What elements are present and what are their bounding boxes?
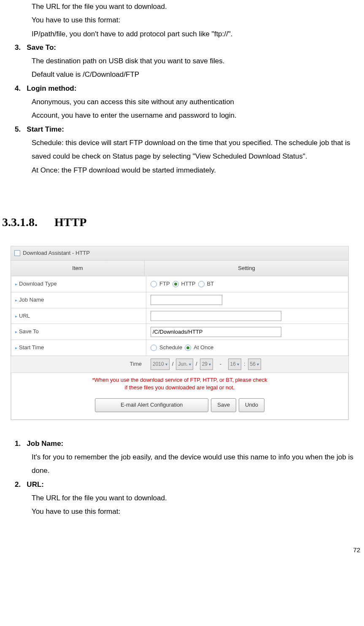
row-label: Job Name (19, 295, 44, 305)
list-item-3: 3. Save To: (15, 41, 363, 54)
download-assistant-panel: Download Assistant - HTTP Item Setting ▸… (11, 246, 349, 420)
list-item-5: 5. Start Time: (15, 123, 363, 136)
section-number: 3.3.1.8. (2, 216, 38, 229)
separator: / (172, 359, 174, 370)
undo-button[interactable]: Undo (239, 398, 264, 412)
row-time: Time 2010▾ / Jun.▾ / 29▾ - 16▾ : 56▾ (11, 356, 348, 373)
list-title: Save To: (27, 43, 56, 51)
list-body: The URL for the file you want to downloa… (32, 491, 363, 505)
separator: / (196, 359, 197, 370)
row-save-to: ▸Save To (11, 324, 348, 340)
row-url: ▸URL (11, 308, 348, 324)
panel-title-bar: Download Assistant - HTTP (11, 246, 348, 261)
year-select[interactable]: 2010▾ (151, 359, 170, 370)
row-download-type: ▸Download Type FTP HTTP BT (11, 276, 348, 292)
list-body: Account, you have to enter the username … (32, 109, 363, 122)
list-body: Default value is /C/Download/FTP (32, 68, 363, 81)
row-label: Download Type (19, 279, 57, 289)
radio-schedule[interactable] (151, 345, 157, 351)
header-setting: Setting (145, 261, 348, 276)
radio-label: FTP (159, 279, 170, 289)
section-name: HTTP (54, 216, 86, 229)
row-label: Save To (19, 326, 39, 337)
intro-line: You have to use this format: (32, 13, 363, 27)
chevron-down-icon: ▾ (189, 360, 191, 368)
chevron-down-icon: ▾ (209, 360, 211, 368)
separator: : (244, 359, 245, 370)
list-number: 4. (15, 84, 21, 92)
row-job-name: ▸Job Name (11, 292, 348, 308)
radio-at-once[interactable] (185, 345, 191, 351)
radio-http[interactable] (173, 281, 179, 287)
chevron-right-icon: ▸ (15, 328, 17, 336)
warning-text: *When you use the download service of FT… (11, 373, 348, 393)
list-body: At Once: the FTP download would be start… (32, 164, 363, 177)
hour-select[interactable]: 16▾ (228, 359, 241, 370)
chevron-right-icon: ▸ (15, 344, 17, 352)
list-number: 2. (15, 480, 21, 488)
intro-line: IP/path/file, you don't have to add prot… (32, 27, 363, 41)
list-item-1: 1. Job Name: (15, 437, 363, 451)
chevron-down-icon: ▾ (257, 360, 259, 368)
row-label: Time (130, 359, 142, 370)
header-item: Item (11, 261, 145, 276)
row-start-time: ▸Start Time Schedule At Once (11, 340, 348, 356)
list-body: Schedule: this device will start FTP dow… (32, 136, 363, 164)
chevron-right-icon: ▸ (15, 312, 17, 320)
url-input[interactable] (151, 311, 281, 321)
table-header: Item Setting (11, 261, 348, 277)
intro-line: The URL for the file you want to downloa… (32, 0, 363, 13)
row-label: URL (19, 311, 30, 321)
list-title: Start Time: (27, 125, 64, 133)
save-button[interactable]: Save (211, 398, 236, 412)
list-title: Job Name: (27, 440, 63, 448)
chevron-down-icon: ▾ (165, 360, 167, 368)
radio-label: At Once (194, 343, 213, 353)
list-body: You have to use this format: (32, 505, 363, 518)
list-body: It's for you to remember the job easily,… (32, 451, 363, 478)
month-select[interactable]: Jun.▾ (176, 359, 193, 370)
radio-label: Schedule (159, 343, 182, 353)
email-alert-button[interactable]: E-mail Alert Configuration (95, 398, 208, 412)
list-item-2: 2. URL: (15, 478, 363, 491)
list-item-4: 4. Login method: (15, 82, 363, 95)
expand-icon[interactable] (14, 250, 20, 256)
radio-ftp[interactable] (151, 281, 157, 287)
list-number: 5. (15, 125, 21, 133)
list-body: The destination path on USB disk that yo… (32, 54, 363, 68)
chevron-down-icon: ▾ (237, 360, 239, 368)
radio-label: BT (207, 279, 214, 289)
job-name-input[interactable] (151, 295, 222, 305)
button-row: E-mail Alert Configuration Save Undo (11, 393, 348, 420)
separator: - (220, 359, 221, 370)
panel-title: Download Assistant - HTTP (23, 248, 90, 259)
page-number: 72 (2, 544, 363, 556)
day-select[interactable]: 29▾ (200, 359, 213, 370)
radio-bt[interactable] (198, 281, 205, 287)
row-label: Start Time (19, 343, 44, 353)
section-heading: 3.3.1.8.HTTP (2, 211, 363, 233)
list-body: Anonymous, you can access this site with… (32, 95, 363, 109)
list-title: Login method: (27, 84, 76, 92)
chevron-right-icon: ▸ (15, 296, 17, 304)
radio-label: HTTP (181, 279, 196, 289)
list-number: 3. (15, 43, 21, 51)
chevron-right-icon: ▸ (15, 280, 17, 288)
save-to-input[interactable] (151, 327, 281, 337)
minute-select[interactable]: 56▾ (248, 359, 261, 370)
list-title: URL: (27, 480, 44, 488)
list-number: 1. (15, 440, 21, 448)
